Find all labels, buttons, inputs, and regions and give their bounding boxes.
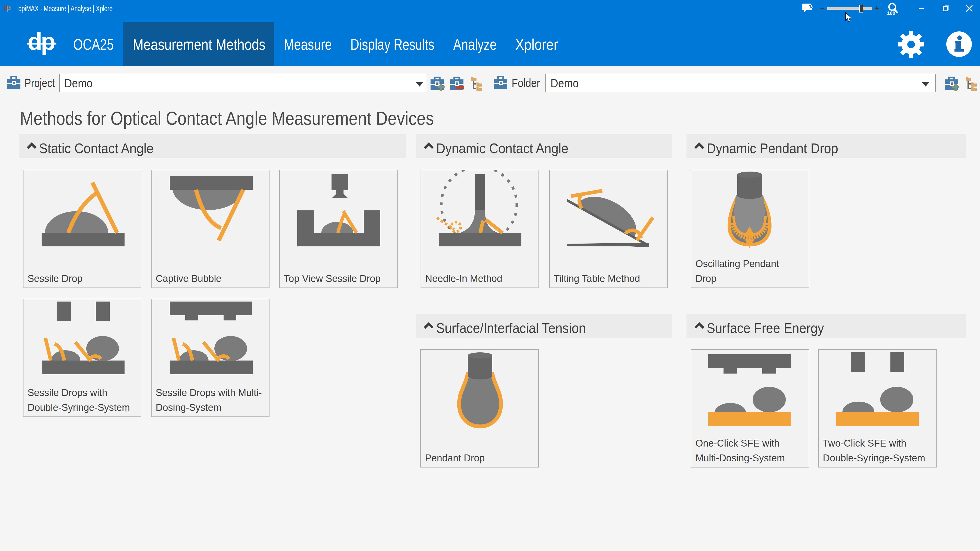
- svg-text:100: 100: [887, 11, 895, 15]
- svg-text:p: p: [41, 31, 56, 55]
- svg-text:d: d: [27, 31, 42, 55]
